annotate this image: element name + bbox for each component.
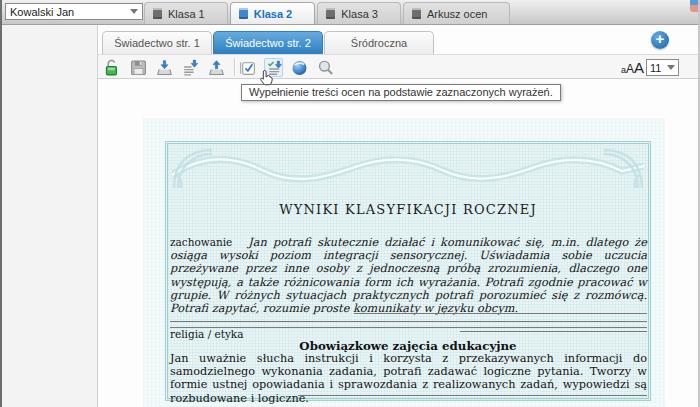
guilloche-wave-decoration	[172, 149, 644, 183]
certificate-editor-panel: Świadectwo str. 1 Świadectwo str. 2 Śród…	[97, 25, 700, 407]
certificate-frame: WYNIKI KLASYFIKACJI ROCZNEJ zachowanieJa…	[165, 141, 651, 401]
half-rule	[460, 331, 647, 332]
fill-rule	[298, 395, 647, 396]
tab-label: Śródroczna	[351, 37, 407, 49]
tab-label: Klasa 1	[168, 8, 205, 20]
tab-swiadectwo-str-1[interactable]: Świadectwo str. 1	[102, 31, 212, 54]
save-icon[interactable]	[129, 58, 148, 77]
add-page-button[interactable]: +	[651, 31, 669, 49]
behavior-text: Jan potrafi skutecznie działać i komunik…	[170, 236, 647, 315]
corner-flourish-icon	[600, 146, 646, 192]
student-selector-value: Kowalski Jan	[10, 6, 127, 18]
font-large-label: A	[634, 59, 644, 76]
empty-rule	[170, 321, 647, 322]
tab-klasa-1[interactable]: Klasa 1	[144, 2, 228, 24]
validate-checkbox-icon[interactable]	[238, 58, 257, 77]
student-selector[interactable]: Kowalski Jan	[5, 3, 143, 20]
left-gutter	[4, 25, 97, 407]
class-tabs: Klasa 1 Klasa 2 Klasa 3 Arkusz ocen	[144, 2, 510, 24]
tab-label: Świadectwo str. 1	[114, 37, 200, 49]
clipped-corner-icon	[690, 0, 700, 12]
unlock-icon[interactable]	[103, 58, 122, 77]
certificate-page: WYNIKI KLASYFIKACJI ROCZNEJ zachowanieJa…	[143, 118, 665, 407]
top-bar: Kowalski Jan Klasa 1 Klasa 2 Klasa 3 Ark…	[2, 0, 700, 25]
globe-preview-icon[interactable]	[290, 58, 309, 77]
hand-cursor-icon	[258, 69, 275, 87]
notebook-icon	[239, 8, 248, 19]
chevron-down-icon	[130, 9, 138, 14]
font-size-buttons[interactable]: aAA	[621, 59, 644, 76]
tab-swiadectwo-str-2[interactable]: Świadectwo str. 2	[213, 31, 323, 54]
tab-klasa-3[interactable]: Klasa 3	[317, 2, 401, 24]
fill-rule	[354, 313, 647, 314]
font-size-selector[interactable]: 11	[646, 59, 679, 76]
notebook-icon	[412, 8, 421, 19]
font-medium-label: A	[626, 62, 634, 76]
document-area[interactable]: WYNIKI KLASYFIKACJI ROCZNEJ zachowanieJa…	[98, 79, 700, 407]
tab-label: Klasa 2	[254, 8, 293, 20]
page-tabs: Świadectwo str. 1 Świadectwo str. 2 Śród…	[102, 31, 434, 54]
import-text-icon[interactable]	[181, 58, 200, 77]
tab-label: Świadectwo str. 2	[225, 37, 311, 49]
certificate-title: WYNIKI KLASYFIKACJI ROCZNEJ	[168, 202, 648, 217]
subjects-paragraph[interactable]: Jan uważnie słucha instrukcji i korzysta…	[170, 352, 647, 405]
toolbar: aAA 11	[98, 54, 700, 79]
import-tray-icon[interactable]	[155, 58, 174, 77]
chevron-down-icon	[667, 65, 675, 70]
tab-srodroczna[interactable]: Śródroczna	[324, 31, 434, 54]
notebook-icon	[153, 8, 162, 19]
mandatory-subjects-heading: Obowiązkowe zajęcia edukacyjne	[168, 339, 648, 353]
behavior-paragraph[interactable]: zachowanieJan potrafi skutecznie działać…	[170, 236, 647, 315]
notebook-icon	[326, 8, 335, 19]
corner-flourish-icon	[170, 146, 216, 192]
tab-label: Klasa 3	[341, 8, 378, 20]
font-size-value: 11	[650, 62, 664, 74]
zoom-search-icon[interactable]	[316, 58, 335, 77]
toolbar-separator	[234, 58, 235, 76]
behavior-label: zachowanie	[170, 236, 232, 248]
tab-klasa-2[interactable]: Klasa 2	[230, 2, 316, 24]
export-tray-icon[interactable]	[207, 58, 226, 77]
fill-expressions-tooltip: Wypełnienie treści ocen na podstawie zaz…	[241, 84, 561, 101]
tab-arkusz-ocen[interactable]: Arkusz ocen	[403, 2, 511, 24]
tab-label: Arkusz ocen	[427, 8, 488, 20]
